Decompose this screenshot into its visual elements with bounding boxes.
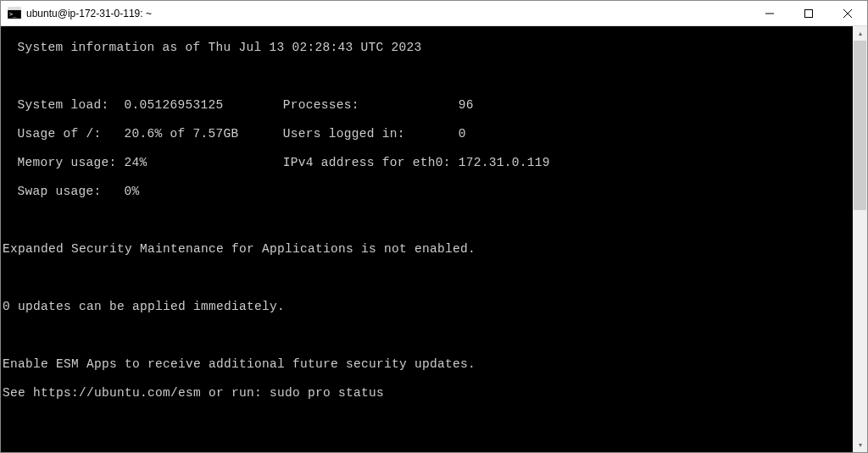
ipv4-eth0: IPv4 address for eth0: 172.31.0.119 [283,156,550,170]
blank-line [3,213,853,228]
blank-line [3,271,853,285]
esm-hint: Enable ESM Apps to receive additional fu… [3,357,853,372]
minimize-button[interactable] [750,1,789,25]
sysinfo-row: Memory usage: 24%IPv4 address for eth0: … [3,156,853,170]
blank-line [3,444,853,452]
svg-text:>_: >_ [9,11,17,18]
titlebar[interactable]: >_ ubuntu@ip-172-31-0-119: ~ [1,1,867,26]
maximize-button[interactable] [789,1,828,25]
blank-line [3,69,853,84]
processes: Processes: 96 [283,98,474,113]
window-title: ubuntu@ip-172-31-0-119: ~ [26,8,750,19]
memory-usage: Memory usage: 24% [17,156,282,170]
window-controls [750,1,867,25]
disk-usage: Usage of /: 20.6% of 7.57GB [17,127,282,141]
sysinfo-row: System load: 0.05126953125Processes: 96 [3,98,853,113]
scroll-up-arrow[interactable]: ▴ [853,26,867,41]
vertical-scrollbar[interactable]: ▴ ▾ [853,26,867,452]
esm-hint-url: See https://ubuntu.com/esm or run: sudo … [3,386,853,401]
sysinfo-row: Usage of /: 20.6% of 7.57GBUsers logged … [3,127,853,141]
svg-rect-4 [805,9,813,17]
users-logged-in: Users logged in: 0 [283,127,466,141]
close-button[interactable] [828,1,867,25]
esm-not-enabled: Expanded Security Maintenance for Applic… [3,242,853,257]
scrollbar-thumb[interactable] [854,41,866,210]
terminal-window: >_ ubuntu@ip-172-31-0-119: ~ System info… [0,0,868,453]
terminal-app-icon: >_ [8,7,21,20]
svg-rect-1 [8,8,21,10]
terminal-area: System information as of Thu Jul 13 02:2… [1,26,867,452]
updates-zero: 0 updates can be applied immediately. [3,300,853,314]
sysinfo-header: System information as of Thu Jul 13 02:2… [3,41,853,55]
blank-line [3,415,853,429]
sys-load: System load: 0.05126953125 [17,98,282,113]
terminal-output[interactable]: System information as of Thu Jul 13 02:2… [1,26,853,452]
blank-line [3,329,853,343]
swap-usage: Swap usage: 0% [3,185,853,199]
scroll-down-arrow[interactable]: ▾ [853,438,867,452]
